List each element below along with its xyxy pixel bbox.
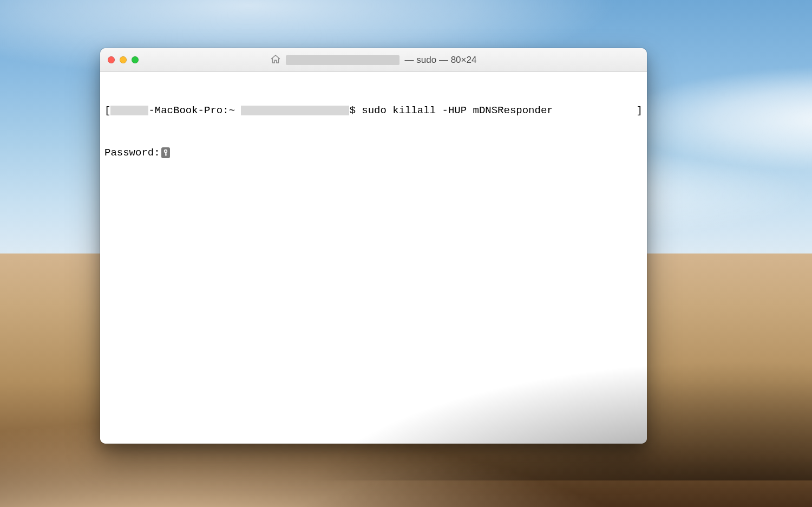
username-redacted xyxy=(241,106,349,115)
zoom-button[interactable] xyxy=(132,56,139,63)
close-button[interactable] xyxy=(108,56,115,63)
title-hostname-redacted xyxy=(286,55,400,65)
terminal-content[interactable]: [ -MacBook-Pro:~ $ sudo killall -HUP mDN… xyxy=(100,72,647,444)
command-text: sudo killall -HUP mDNSResponder xyxy=(362,103,553,118)
hostname-redacted xyxy=(110,106,148,115)
terminal-line-1: [ -MacBook-Pro:~ $ sudo killall -HUP mDN… xyxy=(104,103,643,118)
password-prompt: Password: xyxy=(104,146,160,160)
host-suffix: -MacBook-Pro:~ xyxy=(148,103,241,118)
terminal-line-2: Password: xyxy=(104,146,643,160)
desktop-wallpaper: — sudo — 80×24 [ -MacBook-Pro:~ $ sudo k… xyxy=(0,0,812,507)
minimize-button[interactable] xyxy=(120,56,127,63)
key-icon xyxy=(161,147,170,158)
title-suffix: — sudo — 80×24 xyxy=(405,55,477,64)
terminal-window: — sudo — 80×24 [ -MacBook-Pro:~ $ sudo k… xyxy=(100,48,647,444)
home-icon xyxy=(271,55,280,65)
window-controls xyxy=(100,56,139,63)
bracket-close: ] xyxy=(637,103,643,118)
bracket-open: [ xyxy=(104,103,110,118)
window-title: — sudo — 80×24 xyxy=(100,55,647,65)
window-titlebar[interactable]: — sudo — 80×24 xyxy=(100,48,647,72)
prompt-symbol: $ xyxy=(349,103,362,118)
